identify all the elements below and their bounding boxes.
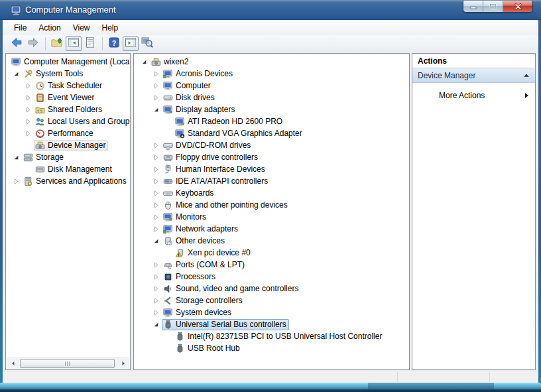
- minimize-button[interactable]: [463, 1, 483, 12]
- tree-expander-icon[interactable]: [150, 212, 162, 222]
- tree-item-label: Local Users and Groups: [46, 117, 131, 126]
- tree-expander-icon[interactable]: [150, 235, 162, 246]
- console-tree-item[interactable]: Computer Management (Local: [6, 56, 130, 68]
- tree-expander-icon[interactable]: [22, 92, 34, 103]
- tree-expander-icon[interactable]: [10, 152, 22, 163]
- scrollbar-thumb[interactable]: [20, 359, 115, 368]
- device-tree-item[interactable]: Display adapters: [134, 103, 409, 115]
- device-tree-item[interactable]: USB Root Hub: [134, 342, 409, 354]
- menu-action[interactable]: Action: [32, 21, 66, 34]
- menu-file[interactable]: File: [8, 21, 32, 34]
- properties-button[interactable]: [82, 36, 98, 51]
- tree-expander-icon[interactable]: [150, 200, 162, 210]
- console-tree-item[interactable]: Device Manager: [6, 139, 130, 151]
- tree-expander-icon[interactable]: [150, 176, 162, 186]
- forward-button[interactable]: [25, 36, 41, 51]
- arrow-right-gray-icon: [27, 36, 40, 51]
- device-tree-item[interactable]: DVD/CD-ROM drives: [134, 139, 409, 151]
- titlebar[interactable]: Computer Management: [0, 0, 541, 20]
- tree-expander-icon[interactable]: [150, 259, 162, 270]
- tree-expander-icon[interactable]: [150, 271, 162, 282]
- device-tree-item[interactable]: Network adapters: [134, 223, 409, 235]
- console-tree-item[interactable]: Services and Applications: [6, 175, 130, 187]
- tree-expander-icon[interactable]: [150, 92, 162, 103]
- device-tree-item[interactable]: Acronis Devices: [134, 68, 409, 80]
- device-tree-item[interactable]: IDE ATA/ATAPI controllers: [134, 175, 409, 187]
- horizontal-scrollbar[interactable]: [7, 358, 129, 369]
- window-border-left: [0, 0, 3, 392]
- console-tree-item[interactable]: Storage: [6, 151, 130, 163]
- monitor-down-icon: [175, 128, 186, 139]
- help-button[interactable]: ?: [106, 36, 122, 51]
- tree-item-label: Computer Management (Local: [23, 57, 131, 66]
- console-tree-item[interactable]: Local Users and Groups: [6, 115, 130, 127]
- console-tree-item[interactable]: Performance: [6, 127, 130, 139]
- tree-expander-icon[interactable]: [150, 224, 162, 234]
- tree-expander-icon[interactable]: [150, 80, 162, 91]
- close-button[interactable]: [503, 1, 532, 12]
- menu-help[interactable]: Help: [96, 21, 125, 34]
- actions-group-device-manager[interactable]: Device Manager: [412, 68, 535, 83]
- menu-view[interactable]: View: [67, 21, 96, 34]
- tree-expander-icon[interactable]: [150, 283, 162, 294]
- monitor-net-icon: [163, 68, 174, 79]
- tree-expander-icon[interactable]: [150, 188, 162, 198]
- device-tree-item[interactable]: System devices: [134, 306, 409, 318]
- device-tree-item[interactable]: Keyboards: [134, 187, 409, 199]
- console-tree-item[interactable]: Event Viewer: [6, 92, 130, 103]
- device-tree-item[interactable]: Disk drives: [134, 92, 409, 103]
- back-button[interactable]: [9, 36, 25, 51]
- more-actions-item[interactable]: More Actions: [412, 89, 535, 102]
- up-one-level-button[interactable]: [49, 36, 65, 51]
- statusbar: [3, 370, 538, 383]
- console-tree-item[interactable]: System Tools: [6, 68, 130, 80]
- device-tree-pane: wixen2Acronis DevicesComputerDisk drives…: [133, 53, 410, 370]
- device-tree-item[interactable]: ?Other devices: [134, 235, 409, 247]
- device-tree-item[interactable]: ATI Radeon HD 2600 PRO: [134, 115, 409, 127]
- tree-expander-icon[interactable]: [22, 80, 34, 91]
- device-tree-item[interactable]: Intel(R) 82371SB PCI to USB Universal Ho…: [134, 330, 409, 342]
- device-tree-item[interactable]: Floppy drive controllers: [134, 151, 409, 163]
- scroll-right-arrow-icon[interactable]: [118, 359, 128, 368]
- console-tree-item[interactable]: Disk Management: [6, 163, 130, 175]
- device-tree-item[interactable]: Computer: [134, 80, 409, 92]
- device-tree-item[interactable]: Xen pci device #0: [134, 247, 409, 259]
- device-tree-item[interactable]: Monitors: [134, 211, 409, 223]
- device-tree-item[interactable]: Processors: [134, 271, 409, 283]
- device-tree-item[interactable]: Standard VGA Graphics Adapter: [134, 127, 409, 139]
- tree-expander-icon[interactable]: [150, 104, 162, 115]
- device-tree-item[interactable]: Human Interface Devices: [134, 163, 409, 175]
- device-tree-item[interactable]: Ports (COM & LPT): [134, 259, 409, 271]
- device-tree-item[interactable]: Sound, video and game controllers: [134, 283, 409, 294]
- device-tree-item[interactable]: wixen2: [134, 56, 409, 68]
- show-action-pane-button[interactable]: [123, 36, 139, 51]
- tree-expander-icon[interactable]: [150, 152, 162, 163]
- show-console-tree-button[interactable]: [66, 36, 82, 51]
- warn-device-icon: [175, 247, 186, 258]
- device-tree-item[interactable]: Mice and other pointing devices: [134, 199, 409, 211]
- tree-expander-icon[interactable]: [150, 140, 162, 151]
- device-tree-item[interactable]: Storage controllers: [134, 294, 409, 306]
- device-tree-item[interactable]: Universal Serial Bus controllers: [134, 318, 409, 330]
- collapse-arrow-icon[interactable]: [523, 72, 530, 79]
- tree-expander-icon[interactable]: [10, 68, 22, 79]
- tree-expander-icon[interactable]: [138, 56, 150, 67]
- console-tree-item[interactable]: Shared Folders: [6, 103, 130, 115]
- tree-expander-icon[interactable]: [150, 307, 162, 318]
- tree-expander-icon[interactable]: [22, 104, 34, 115]
- chip-icon: [163, 271, 174, 282]
- tree-expander-icon[interactable]: [22, 116, 34, 127]
- tree-expander-icon[interactable]: [10, 176, 22, 186]
- scroll-left-arrow-icon[interactable]: [8, 359, 18, 368]
- tree-expander-icon[interactable]: [150, 68, 162, 79]
- tree-expander-icon[interactable]: [22, 128, 34, 139]
- tree-expander-icon[interactable]: [150, 295, 162, 306]
- tree-item-label: Disk Management: [46, 164, 112, 174]
- maximize-button[interactable]: [483, 1, 503, 12]
- tree-expander-icon[interactable]: [150, 164, 162, 174]
- console-tree-item[interactable]: Task Scheduler: [6, 80, 130, 92]
- tree-expander-icon[interactable]: [150, 319, 162, 330]
- sharedfolder-icon: [35, 104, 46, 115]
- tree-item-label: wixen2: [162, 57, 188, 66]
- scan-hardware-button[interactable]: [139, 36, 155, 51]
